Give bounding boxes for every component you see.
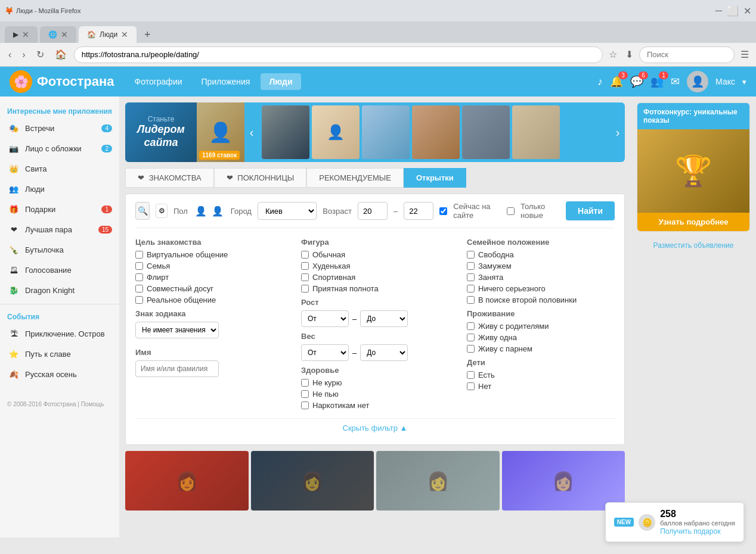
family-checkbox-0[interactable] (467, 251, 475, 259)
tab-dating[interactable]: ❤ ЗНАКОМСТВА (125, 168, 214, 188)
tab-blank-close[interactable]: ✕ (61, 30, 68, 39)
weight-to-select[interactable]: До (360, 344, 408, 361)
sidebar-item-autumn[interactable]: 🍂 Русская осень (0, 364, 119, 384)
profile-thumb-4[interactable] (412, 105, 460, 159)
bottom-photo-4[interactable]: 👩 (502, 451, 625, 511)
zodiac-select[interactable]: Не имеет значения (135, 322, 219, 338)
purpose-checkbox-2[interactable] (135, 273, 143, 281)
sidebar-item-meetings[interactable]: 🎭 Встречи 4 (0, 118, 119, 138)
purpose-checkbox-3[interactable] (135, 285, 143, 292)
sidebar-item-bottle[interactable]: 🍾 Бутылочка (0, 239, 119, 260)
profile-thumb-3[interactable] (362, 105, 410, 159)
weight-from-select[interactable]: От (301, 344, 349, 361)
messages-icon[interactable]: 💬6 (630, 75, 643, 88)
restore-button[interactable]: ⬜ (727, 5, 739, 17)
health-checkbox-1[interactable] (301, 390, 309, 398)
sidebar-item-gifts[interactable]: 🎁 Подарки 1 (0, 199, 119, 219)
friends-icon[interactable]: 👥1 (650, 75, 664, 88)
profile-thumb-5[interactable] (462, 105, 510, 159)
age-from-input[interactable] (358, 202, 388, 220)
new-tab-button[interactable]: + (139, 26, 156, 43)
user-avatar[interactable]: 👤 (687, 71, 708, 92)
figure-checkbox-2[interactable] (301, 273, 309, 281)
close-button[interactable]: ✕ (743, 5, 751, 17)
living-checkbox-1[interactable] (467, 334, 475, 341)
health-checkbox-2[interactable] (301, 402, 309, 409)
notifications-icon[interactable]: 🔔3 (610, 75, 623, 88)
filter-settings-icon[interactable]: ⚙ (156, 204, 168, 218)
forward-button[interactable]: › (18, 47, 29, 63)
bookmark-icon[interactable]: ☆ (606, 46, 619, 63)
sidebar-item-adventure[interactable]: 🏝 Приключение. Остров (0, 323, 119, 344)
family-checkbox-2[interactable] (467, 273, 475, 281)
children-checkbox-0[interactable] (467, 371, 475, 379)
children-checkbox-1[interactable] (467, 382, 475, 390)
sidebar-item-svita[interactable]: 👑 Свита (0, 158, 119, 179)
living-checkbox-0[interactable] (467, 322, 475, 330)
tab-recommended[interactable]: РЕКОМЕНДУЕМЫЕ (306, 168, 404, 188)
nav-photos[interactable]: Фотографии (126, 73, 191, 90)
sidebar-item-glory[interactable]: ⭐ Путь к славе (0, 344, 119, 364)
new-only-checkbox[interactable] (507, 207, 515, 215)
profile-thumb-6[interactable] (512, 105, 560, 159)
promo-learn-more-button[interactable]: Узнать подробнее (637, 213, 749, 231)
tab-postcards[interactable]: Открытки (404, 168, 466, 188)
city-select[interactable]: Киев (258, 202, 317, 220)
menu-icon[interactable]: ☰ (738, 46, 751, 63)
hide-filter-button[interactable]: Скрыть фильтр ▲ (135, 418, 615, 437)
tab-main[interactable]: 🏠 Люди ✕ (79, 26, 137, 43)
sidebar-item-people[interactable]: 👥 Люди (0, 179, 119, 199)
music-icon[interactable]: ♪ (597, 76, 603, 88)
sidebar-item-cover[interactable]: 📷 Лицо с обложки 2 (0, 138, 119, 158)
sidebar-item-dragon-knight[interactable]: 🐉 Dragon Knight (0, 280, 119, 300)
living-checkbox-2[interactable] (467, 345, 475, 353)
height-to-select[interactable]: До (360, 310, 408, 327)
download-icon[interactable]: ⬇ (623, 46, 636, 63)
tab-youtube[interactable]: ▶ ✕ (5, 26, 38, 43)
family-checkbox-3[interactable] (467, 285, 475, 292)
family-checkbox-4[interactable] (467, 296, 475, 304)
sidebar-item-vote[interactable]: 🗳 Голосование (0, 260, 119, 280)
minimize-button[interactable]: ─ (715, 5, 722, 17)
get-gift-link[interactable]: Получить подарок (660, 527, 720, 536)
purpose-checkbox-0[interactable] (135, 251, 143, 259)
home-button[interactable]: 🏠 (51, 46, 70, 63)
sidebar-item-best-couple[interactable]: ❤ Лучшая пара 15 (0, 219, 119, 239)
bottom-photo-1[interactable]: 👩 (125, 451, 249, 511)
user-menu-arrow[interactable]: ▾ (742, 77, 746, 86)
male-gender-icon[interactable]: 👤 (194, 204, 208, 218)
mail-icon[interactable]: ✉ (671, 75, 680, 88)
tab-youtube-close[interactable]: ✕ (22, 30, 29, 39)
tab-fans[interactable]: ❤ ПОКЛОННИЦЫ (214, 168, 307, 188)
purpose-checkbox-1[interactable] (135, 262, 143, 270)
app-logo[interactable]: 🌸 Фотострана (10, 70, 114, 93)
female-gender-icon[interactable]: 👤 (210, 204, 225, 218)
back-button[interactable]: ‹ (5, 47, 15, 63)
name-input[interactable] (135, 360, 219, 377)
browser-search-input[interactable] (639, 46, 735, 63)
reload-button[interactable]: ↻ (33, 46, 48, 63)
purpose-checkbox-4[interactable] (135, 296, 143, 304)
figure-checkbox-3[interactable] (301, 285, 309, 292)
age-to-input[interactable] (404, 202, 433, 220)
address-bar[interactable] (74, 46, 603, 63)
nav-people[interactable]: Люди (261, 73, 300, 90)
online-checkbox[interactable] (439, 207, 447, 215)
health-checkbox-0[interactable] (301, 379, 309, 387)
nav-apps[interactable]: Приложения (193, 73, 259, 90)
figure-checkbox-1[interactable] (301, 262, 309, 270)
find-button[interactable]: Найти (566, 201, 615, 220)
user-name[interactable]: Макс (715, 77, 735, 86)
height-from-select[interactable]: От (301, 310, 349, 327)
tab-main-close[interactable]: ✕ (121, 30, 128, 39)
figure-checkbox-0[interactable] (301, 251, 309, 259)
filter-search-icon-btn[interactable]: 🔍 (135, 202, 150, 220)
place-ad-link[interactable]: Разместить объявление (637, 238, 750, 253)
profile-thumb-2[interactable]: 👤 (312, 105, 360, 159)
tab-blank[interactable]: 🌐 ✕ (40, 26, 76, 43)
banner-next-arrow[interactable]: › (611, 102, 625, 162)
bottom-photo-3[interactable]: 👩 (376, 451, 500, 511)
bottom-photo-2[interactable]: 👩 (251, 451, 374, 511)
family-checkbox-1[interactable] (467, 262, 475, 270)
banner-prev-arrow[interactable]: ‹ (244, 102, 259, 162)
